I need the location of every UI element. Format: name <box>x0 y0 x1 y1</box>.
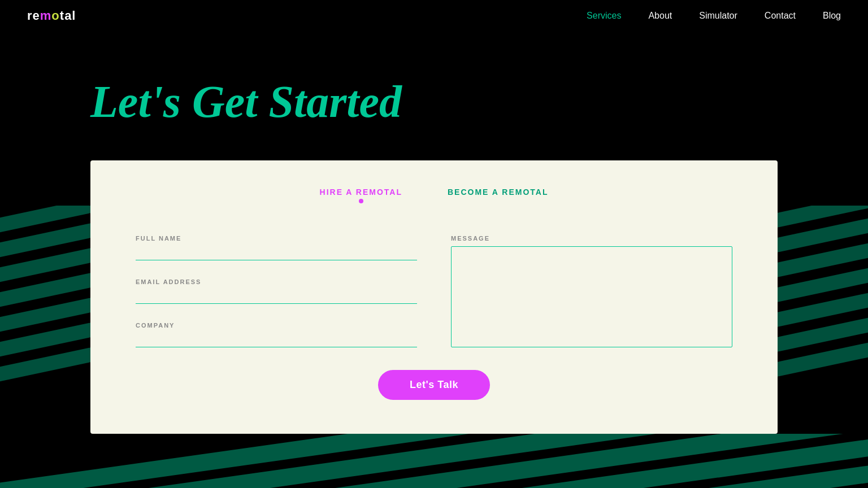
bottom-stripes-section <box>0 434 868 488</box>
email-input[interactable] <box>136 287 417 304</box>
form-card: HIRE A REMOTAL BECOME A REMOTAL FULL NAM… <box>90 160 778 434</box>
company-input[interactable] <box>136 331 417 347</box>
nav-item-services[interactable]: Services <box>587 11 621 21</box>
message-label: MESSAGE <box>451 235 732 242</box>
bottom-stripe-layer <box>0 434 868 488</box>
company-label: COMPANY <box>136 322 417 329</box>
full-name-input[interactable] <box>136 244 417 260</box>
tab-hire-remotal[interactable]: HIRE A REMOTAL <box>320 188 402 208</box>
submit-row: Let's Talk <box>136 370 732 400</box>
email-label: EMAIL ADDRESS <box>136 278 417 285</box>
submit-button[interactable]: Let's Talk <box>378 370 490 400</box>
form-body: FULL NAME EMAIL ADDRESS COMPANY MESSAGE <box>136 235 732 347</box>
hero-section: Let's Get Started <box>0 32 868 160</box>
logo[interactable]: remotal <box>27 8 76 23</box>
message-textarea[interactable] <box>451 246 732 347</box>
full-name-label: FULL NAME <box>136 235 417 242</box>
logo-text: remotal <box>27 8 76 23</box>
form-left-fields: FULL NAME EMAIL ADDRESS COMPANY <box>136 235 417 347</box>
navbar: remotal Services About Simulator Contact… <box>0 0 868 32</box>
nav-link-blog[interactable]: Blog <box>823 11 841 20</box>
nav-item-simulator[interactable]: Simulator <box>699 11 737 21</box>
nav-item-about[interactable]: About <box>648 11 672 21</box>
nav-link-simulator[interactable]: Simulator <box>699 11 737 20</box>
nav-link-about[interactable]: About <box>648 11 672 20</box>
hero-title: Let's Get Started <box>90 77 868 127</box>
nav-links: Services About Simulator Contact Blog <box>587 11 841 21</box>
form-right-fields: MESSAGE <box>451 235 732 347</box>
nav-item-blog[interactable]: Blog <box>823 11 841 21</box>
email-field: EMAIL ADDRESS <box>136 278 417 304</box>
form-tabs: HIRE A REMOTAL BECOME A REMOTAL <box>136 188 732 208</box>
company-field: COMPANY <box>136 322 417 347</box>
nav-item-contact[interactable]: Contact <box>765 11 796 21</box>
nav-link-services[interactable]: Services <box>587 11 621 20</box>
nav-link-contact[interactable]: Contact <box>765 11 796 20</box>
full-name-field: FULL NAME <box>136 235 417 260</box>
tab-become-remotal[interactable]: BECOME A REMOTAL <box>448 188 548 208</box>
form-section-wrapper: HIRE A REMOTAL BECOME A REMOTAL FULL NAM… <box>0 160 868 434</box>
